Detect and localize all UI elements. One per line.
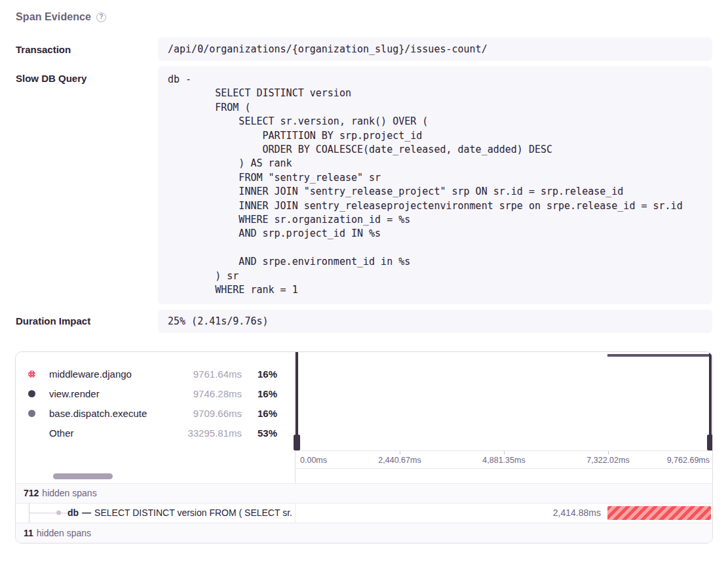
duration-impact-row: Duration Impact 25% (2.41s/9.76s)	[0, 309, 728, 333]
time-axis: 0.00ms 2,440.67ms 4,881.35ms 7,322.02ms …	[296, 451, 712, 469]
axis-label: 7,322.02ms	[586, 456, 629, 465]
span-duration-bar	[607, 506, 711, 520]
duration-impact-value: 25% (2.41s/9.76s)	[158, 309, 712, 333]
hidden-spans-row-top[interactable]: 712 hidden spans	[16, 484, 712, 504]
help-icon[interactable]: ?	[96, 12, 106, 22]
slow-db-query-value: db - SELECT DISTINCT version FROM ( SELE…	[158, 66, 712, 304]
legend-op-duration: 9761.64ms	[174, 368, 242, 380]
span-description: db — SELECT DISTINCT version FROM ( SELE…	[67, 504, 295, 523]
duration-impact-label: Duration Impact	[0, 315, 158, 327]
span-op-separator: —	[82, 507, 91, 518]
hidden-spans-label: hidden spans	[37, 528, 91, 538]
legend-op-duration: 9746.28ms	[174, 388, 242, 399]
hidden-spans-row-bottom[interactable]: 11 hidden spans	[16, 523, 712, 543]
legend-row-view-render[interactable]: view.render 9746.28ms 16%	[16, 384, 295, 404]
axis-tick	[608, 451, 609, 454]
span-tree-panel: middleware.django 9761.64ms 16% view.ren…	[15, 351, 713, 544]
page-title: Span Evidence	[16, 11, 91, 23]
sql-code: db - SELECT DISTINCT version FROM ( SELE…	[168, 73, 702, 298]
slow-db-query-label: Slow DB Query	[0, 66, 158, 84]
scrollbar-row-right	[296, 469, 712, 483]
minimap-right-handle[interactable]	[709, 352, 712, 450]
minimap-right-grip[interactable]	[707, 435, 713, 450]
minimap-left-handle[interactable]	[296, 352, 298, 450]
tree-connector-hline	[29, 513, 70, 513]
transaction-value: /api/0/organizations/{organization_slug}…	[158, 37, 712, 61]
transaction-row: Transaction /api/0/organizations/{organi…	[0, 37, 728, 61]
minimap-span-bar	[607, 354, 711, 357]
hidden-spans-count: 11	[24, 528, 33, 538]
legend-row-middleware-django[interactable]: middleware.django 9761.64ms 16%	[16, 365, 295, 384]
span-tree-scrollbar-row	[16, 469, 712, 484]
legend-row-base-dispatch-execute[interactable]: base.dispatch.execute 9709.66ms 16%	[16, 404, 295, 424]
span-query-text: SELECT DISTINCT version FROM ( SELECT sr…	[94, 507, 292, 518]
db-span-row[interactable]: db — SELECT DISTINCT version FROM ( SELE…	[16, 504, 712, 523]
transaction-label: Transaction	[0, 44, 158, 55]
legend-op-duration: 9709.66ms	[174, 408, 242, 419]
legend-op-percent: 53%	[242, 427, 277, 439]
legend-dot-icon	[28, 410, 35, 417]
legend-op-percent: 16%	[242, 368, 277, 380]
span-op-legend: middleware.django 9761.64ms 16% view.ren…	[16, 352, 296, 469]
legend-dot-icon	[28, 370, 35, 378]
span-tree-scrollbar-track[interactable]	[16, 469, 296, 483]
axis-label: 4,881.35ms	[482, 456, 525, 465]
legend-op-name: view.render	[49, 388, 174, 399]
tree-connector-dot-icon	[56, 511, 61, 515]
span-op: db	[67, 507, 79, 518]
hidden-spans-count: 712	[24, 488, 39, 498]
span-evidence-header: Span Evidence ?	[0, 0, 728, 25]
legend-op-name: middleware.django	[49, 368, 174, 380]
axis-label: 2,440.67ms	[378, 456, 421, 465]
legend-op-name: base.dispatch.execute	[49, 408, 174, 419]
axis-label: 0.00ms	[300, 456, 327, 465]
legend-op-percent: 16%	[242, 388, 277, 399]
minimap-left-grip[interactable]	[294, 435, 300, 450]
span-duration-label: 2,414.88ms	[553, 504, 601, 523]
horizontal-scrollbar-thumb[interactable]	[53, 473, 113, 479]
axis-tick	[504, 451, 505, 454]
hidden-spans-label: hidden spans	[42, 488, 96, 498]
span-tree-minimap[interactable]	[296, 352, 712, 451]
legend-row-other[interactable]: Other 33295.81ms 53%	[16, 424, 295, 443]
legend-op-duration: 33295.81ms	[174, 427, 242, 439]
db-span-bar-cell: 2,414.88ms	[296, 504, 712, 523]
axis-label: 9,762.69ms	[667, 456, 710, 465]
slow-db-query-row: Slow DB Query db - SELECT DISTINCT versi…	[0, 66, 728, 304]
span-tree-chart-top: middleware.django 9761.64ms 16% view.ren…	[16, 352, 712, 469]
axis-tick	[400, 451, 400, 454]
legend-op-percent: 16%	[242, 408, 277, 419]
span-tree-minimap-pane: 0.00ms 2,440.67ms 4,881.35ms 7,322.02ms …	[296, 352, 712, 469]
legend-op-name: Other	[49, 427, 174, 439]
db-span-tree-cell: db — SELECT DISTINCT version FROM ( SELE…	[16, 504, 296, 523]
legend-dot-icon	[28, 390, 35, 397]
